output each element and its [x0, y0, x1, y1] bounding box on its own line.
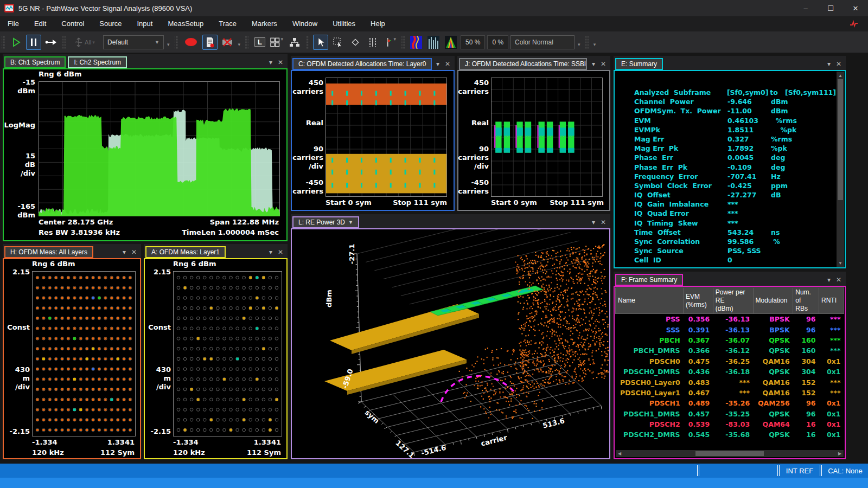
marker-diamond-button[interactable]	[348, 35, 363, 50]
record-button[interactable]	[182, 35, 200, 50]
chevron-down-icon[interactable]: ▾	[269, 248, 272, 256]
tab-ch1-spectrum[interactable]: B: Ch1 Spectrum	[4, 56, 66, 68]
column-header[interactable]: Num. of RBs	[793, 288, 819, 314]
layout-grid-button[interactable]: ▾	[270, 35, 285, 50]
frame-summary-row[interactable]: PDSCH0_Layer00.483***QAM16152***	[616, 377, 844, 387]
layout-single-button[interactable]: L	[252, 35, 267, 50]
menu-trace[interactable]: Trace	[211, 16, 244, 31]
menu-source[interactable]: Source	[92, 16, 129, 31]
const-all-plot[interactable]	[32, 271, 136, 436]
recording-file-button[interactable]	[202, 35, 218, 50]
chevron-down-icon[interactable]: ▾	[827, 60, 831, 68]
column-header[interactable]: RNTI	[819, 288, 844, 314]
frame-summary-row[interactable]: SSS0.391-36.13BPSK96***	[616, 324, 844, 335]
scroll-up-icon[interactable]: ▲	[837, 72, 844, 79]
close-icon[interactable]: ✕	[278, 248, 283, 256]
tab-alloc-ssblock[interactable]: J: OFDM Detected Allocations Time: SSBlo…	[459, 58, 587, 70]
window-minimize-button[interactable]: –	[793, 0, 818, 16]
column-header[interactable]: EVM (%rms)	[684, 288, 713, 314]
close-icon[interactable]: ✕	[131, 248, 137, 256]
offset-percent-box[interactable]: 0 %	[487, 35, 508, 49]
tab-const-layer1[interactable]: A: OFDM Meas: Layer1	[145, 246, 226, 258]
tab-const-all-layers[interactable]: H: OFDM Meas: All Layers	[4, 246, 93, 258]
pause-button[interactable]	[26, 35, 41, 50]
frame-summary-row[interactable]: PDSCH1_DMRS0.457-35.25QPSK960x1	[616, 409, 844, 419]
menu-edit[interactable]: Edit	[27, 16, 54, 31]
color-mode-dropdown[interactable]: Color Normal	[510, 35, 575, 49]
tab-summary[interactable]: E: Summary	[615, 58, 663, 70]
window-maximize-button[interactable]: ☐	[818, 0, 843, 16]
autoscale-button[interactable]: All ▾	[69, 35, 101, 50]
toolbar-drag-handle[interactable]	[585, 36, 589, 49]
chevron-down-icon[interactable]: ▾	[592, 219, 595, 226]
frame-summary-row[interactable]: PDSCH0_DMRS0.436-36.18QPSK3040x1	[616, 367, 844, 377]
frame-summary-horizontal-scrollbar[interactable]: ◀ ▶	[616, 450, 844, 457]
restart-play-button[interactable]	[9, 35, 24, 50]
scroll-down-icon[interactable]: ▼	[837, 259, 844, 267]
frame-summary-row[interactable]: PSS0.356-36.13BPSK96***	[616, 314, 844, 325]
menu-input[interactable]: Input	[129, 16, 160, 31]
chevron-down-icon[interactable]: ▾	[593, 42, 596, 47]
menu-utilities[interactable]: Utilities	[325, 16, 363, 31]
chevron-down-icon[interactable]: ▾	[167, 42, 170, 47]
colormap-triangle-button[interactable]	[443, 35, 458, 50]
frame-summary-row[interactable]: PBCH0.367-36.07QPSK160***	[616, 335, 844, 345]
frame-summary-row[interactable]: PDSCH10.489-35.26QAM256960x1	[616, 398, 844, 408]
scrollbar-thumb[interactable]	[695, 451, 763, 456]
tab-frame-summary[interactable]: F: Frame Summary	[615, 274, 683, 286]
const-layer1-plot[interactable]	[173, 271, 282, 436]
alloc-layer0-plot[interactable]	[326, 78, 447, 197]
chevron-down-icon[interactable]: ▾	[238, 42, 241, 47]
tab-ch2-spectrum[interactable]: I: Ch2 Spectrum	[68, 56, 127, 68]
menu-file[interactable]: File	[0, 16, 27, 31]
close-icon[interactable]: ✕	[445, 60, 450, 68]
toolbar-drag-handle[interactable]	[245, 36, 248, 49]
menu-window[interactable]: Window	[285, 16, 325, 31]
toolbar-drag-handle[interactable]	[401, 36, 405, 49]
menu-meassetup[interactable]: MeasSetup	[160, 16, 211, 31]
trace-transparency-box[interactable]: 50 %	[461, 35, 485, 49]
close-icon[interactable]: ✕	[278, 59, 283, 66]
menubar-overflow-icon[interactable]	[850, 20, 858, 28]
menu-help[interactable]: Help	[363, 16, 393, 31]
close-icon[interactable]: ✕	[601, 219, 606, 226]
single-step-button[interactable]	[43, 35, 59, 50]
summary-vertical-scrollbar[interactable]: ▲ ▼	[837, 72, 844, 267]
scroll-left-icon[interactable]: ◀	[616, 451, 623, 456]
scroll-right-icon[interactable]: ▶	[836, 451, 844, 456]
window-close-button[interactable]: ✕	[843, 0, 868, 16]
toolbar-drag-handle[interactable]	[306, 36, 309, 49]
marker-flag-button[interactable]: ▾	[382, 35, 398, 50]
chevron-down-icon[interactable]: ▾	[592, 60, 595, 68]
alloc-ssblock-plot[interactable]	[491, 78, 603, 197]
close-icon[interactable]: ✕	[601, 60, 606, 68]
menu-markers[interactable]: Markers	[244, 16, 285, 31]
chevron-down-icon[interactable]: ▾	[827, 276, 831, 284]
menu-control[interactable]: Control	[54, 16, 92, 31]
toolbar-drag-handle[interactable]	[62, 36, 66, 49]
column-header[interactable]: Name	[616, 288, 684, 314]
close-icon[interactable]: ✕	[836, 60, 841, 68]
scrollbar-track[interactable]	[623, 451, 836, 456]
frame-summary-row[interactable]: PBCH_DMRS0.366-36.12QPSK160***	[616, 345, 844, 356]
preset-dropdown[interactable]: Default ▼	[103, 35, 164, 49]
tab-re-power-3d[interactable]: L: RE Power 3D ▼	[292, 216, 359, 228]
frame-summary-row[interactable]: PDSCH2_DMRS0.545-35.68QPSK160x1	[616, 429, 844, 440]
frame-summary-row[interactable]: PDSCH00.475-36.25QAM163040x1	[616, 356, 844, 367]
zoom-select-button[interactable]	[330, 35, 346, 50]
toolbar-drag-handle[interactable]	[2, 36, 5, 49]
frame-summary-row[interactable]: PDSCH20.539-83.03QAM64160x1	[616, 419, 844, 429]
pointer-tool-button[interactable]	[313, 35, 328, 50]
chevron-down-icon[interactable]: ▾	[269, 59, 272, 66]
chevron-down-icon[interactable]: ▾	[123, 248, 126, 256]
close-icon[interactable]: ✕	[836, 276, 841, 284]
spectrogram-color-button[interactable]	[409, 35, 424, 50]
frame-summary-row[interactable]: PDSCH0_Layer10.467***QAM16152***	[616, 388, 844, 398]
waterfall-button[interactable]	[426, 35, 441, 50]
spectrum-plot[interactable]	[39, 81, 280, 216]
tab-alloc-layer0[interactable]: C: OFDM Detected Allocations Time: Layer…	[292, 58, 432, 70]
chevron-down-icon[interactable]: ▾	[436, 60, 439, 68]
recording-disabled-button[interactable]	[220, 35, 235, 50]
toolbar-drag-handle[interactable]	[175, 36, 178, 49]
chevron-down-icon[interactable]: ▾	[578, 42, 580, 47]
